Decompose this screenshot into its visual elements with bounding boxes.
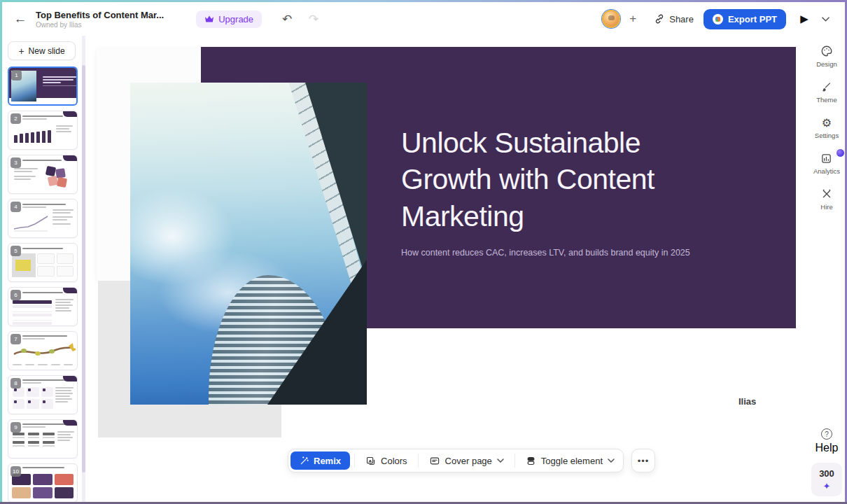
chevron-down-icon bbox=[497, 458, 504, 463]
slide-number-badge: 8 bbox=[10, 378, 21, 388]
slide-number-badge: 6 bbox=[10, 290, 21, 300]
document-owner: Owned by Ilias bbox=[36, 21, 164, 29]
redo-button[interactable]: ↷ bbox=[304, 9, 323, 29]
help-button[interactable]: ? Help bbox=[816, 428, 839, 454]
toggle-element-button[interactable]: Toggle element bbox=[519, 451, 621, 470]
slide-number-badge: 1 bbox=[11, 70, 22, 80]
gear-icon: ⚙ bbox=[820, 115, 834, 130]
share-label: Share bbox=[669, 14, 694, 24]
slide-thumbnail-10[interactable]: 10 bbox=[8, 463, 78, 502]
sidebar-item-theme[interactable]: Theme bbox=[816, 80, 837, 104]
toggle-element-label: Toggle element bbox=[541, 456, 603, 466]
top-bar: ← Top Benefits of Content Mar... Owned b… bbox=[2, 2, 845, 36]
remix-label: Remix bbox=[314, 456, 341, 466]
slide-number-badge: 7 bbox=[10, 334, 21, 344]
add-collaborator-button[interactable]: + bbox=[623, 9, 643, 29]
undo-button[interactable]: ↶ bbox=[277, 9, 297, 29]
tools-icon bbox=[820, 187, 834, 201]
editor-canvas[interactable]: Unlock Sustainable Growth with Content M… bbox=[85, 36, 808, 502]
settings-label: Settings bbox=[815, 132, 839, 139]
cover-page-label: Cover page bbox=[445, 456, 492, 466]
theme-label: Theme bbox=[816, 96, 837, 104]
present-button[interactable]: ▶ bbox=[794, 9, 814, 29]
slide-subtitle[interactable]: How content reduces CAC, increases LTV, … bbox=[401, 248, 709, 258]
sidebar-item-analytics[interactable]: Analytics bbox=[813, 151, 840, 175]
credits-count: 300 bbox=[819, 468, 834, 479]
slide-number-badge: 10 bbox=[10, 466, 21, 477]
slide-number-badge: 3 bbox=[10, 158, 21, 168]
slide-number-badge: 2 bbox=[10, 113, 21, 124]
colors-label: Colors bbox=[381, 456, 407, 466]
sidebar-item-settings[interactable]: ⚙ Settings bbox=[815, 115, 839, 139]
help-label: Help bbox=[816, 442, 839, 454]
brush-icon bbox=[820, 80, 834, 94]
export-label: Export PPT bbox=[728, 14, 777, 24]
analytics-new-badge bbox=[836, 148, 845, 158]
slide-thumbnail-2[interactable]: 2 bbox=[8, 111, 78, 150]
colors-icon bbox=[365, 456, 376, 466]
cover-page-icon bbox=[429, 456, 440, 466]
plus-icon: + bbox=[18, 46, 24, 57]
colors-button[interactable]: Colors bbox=[359, 451, 414, 470]
slide-title[interactable]: Unlock Sustainable Growth with Content M… bbox=[401, 125, 709, 234]
document-meta[interactable]: Top Benefits of Content Mar... Owned by … bbox=[36, 10, 164, 29]
palette-icon bbox=[820, 44, 834, 58]
document-title: Top Benefits of Content Mar... bbox=[36, 10, 164, 20]
sidebar-item-hire[interactable]: Hire bbox=[820, 187, 834, 211]
slide-toolbar: Remix Colors Cover page Toggle element •… bbox=[288, 449, 624, 472]
new-slide-button[interactable]: + New slide bbox=[8, 41, 76, 60]
present-options-chevron-down-icon[interactable] bbox=[816, 9, 835, 29]
share-button[interactable]: Share bbox=[654, 13, 694, 24]
magic-wand-icon bbox=[300, 456, 309, 465]
chevron-down-icon bbox=[608, 458, 615, 463]
link-icon bbox=[654, 13, 665, 24]
slide-number-badge: 5 bbox=[10, 246, 21, 256]
back-button[interactable]: ← bbox=[10, 9, 30, 29]
help-icon: ? bbox=[821, 428, 832, 440]
slide-text-block[interactable]: Unlock Sustainable Growth with Content M… bbox=[401, 125, 709, 258]
cover-page-button[interactable]: Cover page bbox=[423, 451, 510, 470]
toggle-element-icon bbox=[526, 456, 536, 466]
slide-number-badge: 4 bbox=[10, 202, 21, 212]
ai-credits-counter[interactable]: 300 ✦ bbox=[811, 463, 842, 496]
slide-thumbnail-4[interactable]: 4 bbox=[8, 199, 78, 238]
remix-button[interactable]: Remix bbox=[290, 451, 350, 470]
slide-cover-image[interactable] bbox=[130, 83, 367, 405]
slide-thumbnail-7[interactable]: 7 bbox=[8, 331, 78, 370]
sparkle-icon: ✦ bbox=[823, 481, 831, 491]
slide-author[interactable]: Ilias bbox=[738, 396, 756, 407]
analytics-icon bbox=[820, 151, 834, 165]
slide-thumbnail-list: 1 2 3 bbox=[8, 66, 88, 502]
more-options-button[interactable]: ••• bbox=[631, 449, 655, 472]
hire-label: Hire bbox=[820, 203, 832, 211]
slide-thumbnail-9[interactable]: 9 bbox=[8, 419, 78, 458]
analytics-label: Analytics bbox=[813, 167, 840, 175]
slide-thumbnail-5[interactable]: 5 bbox=[8, 243, 78, 282]
sidebar-item-design[interactable]: Design bbox=[816, 44, 837, 68]
current-slide[interactable]: Unlock Sustainable Growth with Content M… bbox=[95, 39, 796, 445]
slide-thumbnail-3[interactable]: 3 bbox=[8, 155, 78, 194]
slide-thumbnail-6[interactable]: 6 bbox=[8, 287, 78, 326]
powerpoint-icon bbox=[713, 14, 723, 24]
recording-frame: ← Top Benefits of Content Mar... Owned b… bbox=[0, 0, 847, 504]
upgrade-button[interactable]: Upgrade bbox=[196, 10, 262, 28]
user-avatar[interactable] bbox=[602, 10, 620, 28]
crown-icon bbox=[204, 15, 214, 23]
presentation-editor: ← Top Benefits of Content Mar... Owned b… bbox=[2, 2, 845, 502]
slide-thumbnail-8[interactable]: 8 bbox=[8, 375, 78, 414]
tools-panel: Design Theme ⚙ Settings Analytics Hire bbox=[808, 36, 845, 502]
design-label: Design bbox=[816, 60, 837, 68]
upgrade-label: Upgrade bbox=[218, 14, 253, 24]
slide-panel: + New slide 1 2 3 bbox=[2, 36, 88, 502]
new-slide-label: New slide bbox=[29, 46, 65, 56]
slide-thumbnail-1[interactable]: 1 bbox=[8, 66, 78, 106]
export-ppt-button[interactable]: Export PPT bbox=[704, 9, 786, 29]
slide-number-badge: 9 bbox=[10, 422, 21, 433]
